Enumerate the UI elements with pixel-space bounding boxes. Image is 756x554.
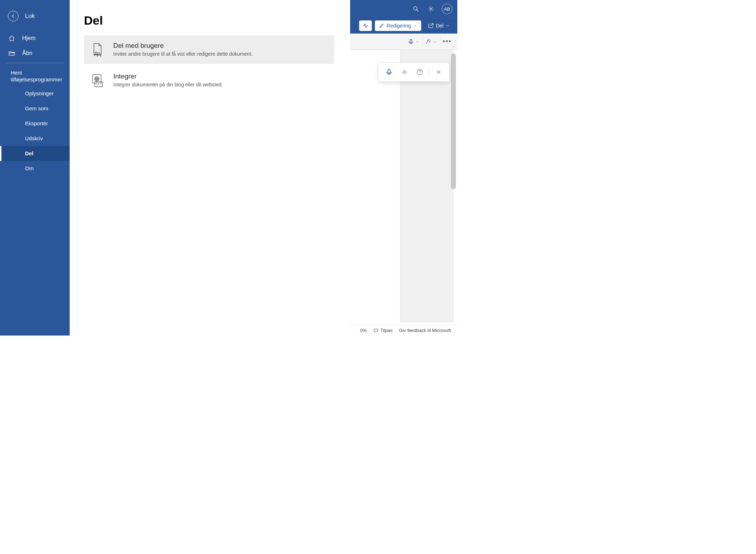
embed-title: Integrer xyxy=(113,72,223,80)
fit-label: Tilpas xyxy=(381,328,393,333)
dictation-settings-button[interactable] xyxy=(398,66,411,78)
dictation-help-button[interactable] xyxy=(414,66,426,78)
nav-share[interactable]: Del xyxy=(0,146,70,161)
share-with-users-option[interactable]: Del med brugere Inviter andre brugere ti… xyxy=(84,35,334,64)
settings-icon[interactable] xyxy=(427,5,435,13)
nav-info-label: Oplysninger xyxy=(25,90,54,96)
svg-rect-13 xyxy=(95,82,103,87)
nav-print[interactable]: Udskriv xyxy=(0,131,70,146)
backstage-close-button[interactable]: Luk xyxy=(0,9,70,31)
svg-point-0 xyxy=(414,7,417,10)
svg-rect-4 xyxy=(388,69,390,73)
nav-print-label: Udskriv xyxy=(25,135,43,141)
share-button-label: Del xyxy=(436,23,443,29)
nav-export-label: Eksportér xyxy=(25,120,48,126)
nav-export[interactable]: Eksportér xyxy=(0,116,70,131)
svg-line-1 xyxy=(417,10,418,11)
svg-point-9 xyxy=(95,52,97,54)
backstage-main: Del Del med brugere Inviter andre bruger… xyxy=(70,0,350,336)
backstage-sidebar: Luk Hjem Åbn Hent tilføjelsesprogrammer … xyxy=(0,0,70,336)
feedback-link[interactable]: Giv feedback til Microsoft xyxy=(399,328,451,333)
zoom-level[interactable]: 0% xyxy=(360,328,367,333)
svg-point-5 xyxy=(403,71,405,73)
dictation-close-button[interactable] xyxy=(433,66,445,78)
nav-home-label: Hjem xyxy=(22,35,35,41)
dictation-mic-button[interactable] xyxy=(383,66,395,78)
nav-home[interactable]: Hjem xyxy=(0,31,70,46)
nav-saveas-label: Gem som xyxy=(25,105,48,111)
folder-open-icon xyxy=(8,50,16,57)
nav-addins[interactable]: Hent tilføjelsesprogrammer xyxy=(0,67,70,86)
share-with-users-title: Del med brugere xyxy=(113,42,253,50)
activity-button[interactable] xyxy=(359,20,372,31)
editing-mode-button[interactable]: Redigering xyxy=(375,20,421,31)
svg-point-10 xyxy=(98,53,100,55)
home-icon xyxy=(8,35,16,42)
dictation-toolbar xyxy=(378,62,449,82)
nav-info[interactable]: Oplysninger xyxy=(0,86,70,101)
dictation-separator xyxy=(429,67,429,77)
embed-icon xyxy=(91,72,104,88)
editing-mode-label: Redigering xyxy=(387,23,411,29)
nav-addins-label: Hent tilføjelsesprogrammer xyxy=(11,70,62,83)
zoom-level-text: 0% xyxy=(360,328,367,333)
document-side-panel xyxy=(400,50,454,323)
page-title: Del xyxy=(84,14,336,27)
fit-button[interactable]: Tilpas xyxy=(373,328,393,333)
nav-divider xyxy=(6,63,64,63)
back-arrow-icon xyxy=(8,11,19,21)
document-people-icon xyxy=(91,42,104,57)
user-avatar[interactable]: AB xyxy=(442,4,452,14)
nav-saveas[interactable]: Gem som xyxy=(0,101,70,116)
search-icon[interactable] xyxy=(412,5,420,13)
backstage-view: Luk Hjem Åbn Hent tilføjelsesprogrammer … xyxy=(0,0,350,336)
dictate-button[interactable] xyxy=(406,36,421,47)
svg-rect-8 xyxy=(374,329,378,332)
nav-open-label: Åbn xyxy=(22,50,32,56)
feedback-label: Giv feedback til Microsoft xyxy=(399,328,451,333)
scrollbar-thumb[interactable] xyxy=(451,54,456,189)
nav-share-label: Del xyxy=(25,150,33,156)
share-button[interactable]: Del xyxy=(424,20,454,31)
scrollbar[interactable] xyxy=(451,54,456,321)
embed-option[interactable]: Integrer Integrer dokumentet på din blog… xyxy=(84,66,334,95)
nav-about[interactable]: Om xyxy=(0,161,70,176)
nav-about-label: Om xyxy=(25,165,34,171)
share-with-users-desc: Inviter andre brugere til at få vist ell… xyxy=(113,51,253,57)
backstage-close-label: Luk xyxy=(25,12,35,20)
nav-open[interactable]: Åbn xyxy=(0,46,70,61)
svg-point-7 xyxy=(419,74,420,74)
embed-desc: Integrer dokumentet på din blog eller di… xyxy=(113,82,223,87)
editor-button[interactable] xyxy=(423,36,439,47)
ribbon-expand-icon[interactable] xyxy=(452,45,456,49)
svg-point-2 xyxy=(430,8,432,10)
svg-rect-3 xyxy=(410,39,412,42)
